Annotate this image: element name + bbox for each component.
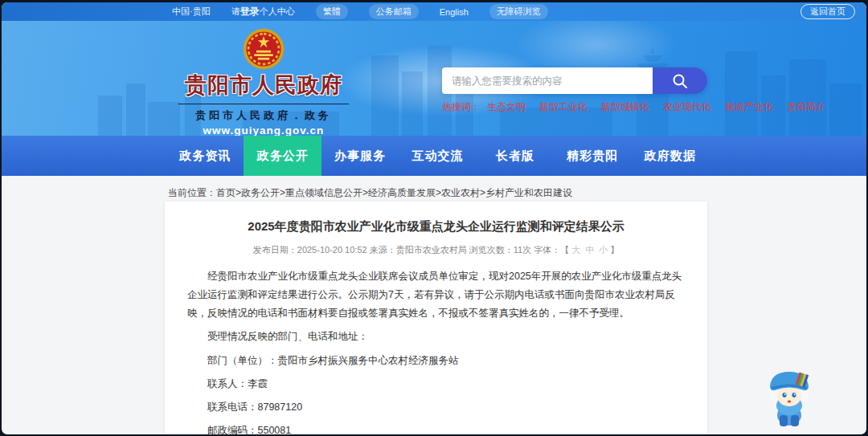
nav-item-zhengwu-zixun[interactable]: 政务资讯 (166, 136, 244, 176)
search-button[interactable] (653, 67, 707, 94)
cityscape-silhouette (2, 39, 866, 136)
mascot-assistant[interactable] (760, 365, 818, 430)
article-meta: 发布日期：2025-10-20 10:52 来源：贵阳市农业农村局 浏览次数：1… (187, 244, 685, 263)
top-utility-bar: 中国·贵阳 请登录个人中心 繁體 公务邮箱 English 无障碍浏览 返回首页 (2, 2, 866, 21)
topbar-mail-link[interactable]: 公务邮箱 (369, 4, 419, 19)
national-emblem-icon (242, 27, 285, 71)
meta-main: 发布日期：2025-10-20 10:52 来源：贵阳市农业农村局 浏览次数：1… (253, 245, 560, 255)
login-bold: 登录 (240, 6, 260, 17)
site-title: 贵阳市人民政府 (167, 71, 360, 100)
topbar-traditional-link[interactable]: 繁體 (316, 4, 348, 19)
article-body: 经贵阳市农业产业化市级重点龙头企业联席会议成员单位审定，现对2025年开展的农业… (187, 267, 685, 434)
breadcrumb-label: 当前位置： (168, 187, 216, 198)
topbar-english-link[interactable]: English (440, 7, 469, 17)
nav-item-jingcai-guiyang[interactable]: 精彩贵阳 (554, 136, 631, 176)
nav-item-zhangzheban[interactable]: 长者版 (477, 136, 554, 176)
contact-line-person: 联系人：李霞 (187, 375, 685, 393)
site-url: www.guiyang.gov.cn (167, 124, 360, 136)
hot-search-label: 热搜词： (442, 100, 481, 114)
hot-link[interactable]: 新型城镇化 (601, 100, 649, 114)
site-subtitle: 贵阳市人民政府．政务 (178, 104, 349, 123)
back-home-button[interactable]: 返回首页 (800, 4, 855, 19)
font-size-large-button[interactable]: 大 (571, 245, 580, 255)
breadcrumb: 当前位置：首页>政务公开>重点领域信息公开>经济高质量发展>农业农村>乡村产业和… (2, 176, 866, 200)
nav-item-hudong-jiaoliu[interactable]: 互动交流 (399, 136, 476, 176)
hot-link[interactable]: 生态文明 (487, 100, 526, 114)
meta-bracket: 】 (610, 245, 619, 255)
meta-bracket: 【 (560, 245, 569, 255)
topbar-login-link[interactable]: 请登录个人中心 (231, 5, 295, 18)
search-input[interactable] (442, 67, 653, 94)
login-prefix: 请 (231, 6, 240, 16)
font-size-medium-button[interactable]: 中 (585, 245, 594, 255)
article-paragraph: 经贵阳市农业产业化市级重点龙头企业联席会议成员单位审定，现对2025年开展的农业… (187, 267, 685, 323)
site-logo-block[interactable]: 贵阳市人民政府 贵阳市人民政府．政务 www.guiyang.gov.cn (167, 27, 360, 136)
breadcrumb-path[interactable]: 首页>政务公开>重点领域信息公开>经济高质量发展>农业农村>乡村产业和农田建设 (216, 187, 572, 198)
article-title: 2025年度贵阳市农业产业化市级重点龙头企业运行监测和评定结果公示 (187, 219, 685, 234)
site-header: 贵阳市人民政府 贵阳市人民政府．政务 www.guiyang.gov.cn 热搜… (2, 21, 866, 136)
login-suffix: 个人中心 (260, 6, 295, 16)
hot-link[interactable]: 新型工业化 (539, 100, 588, 114)
article-card: 2025年度贵阳市农业产业化市级重点龙头企业运行监测和评定结果公示 发布日期：2… (165, 202, 707, 434)
nav-item-zhengwu-gongkai[interactable]: 政务公开 (244, 136, 321, 176)
font-size-small-button[interactable]: 小 (599, 245, 608, 255)
article-paragraph: 受理情况反映的部门、电话和地址： (187, 328, 685, 346)
topbar-region-link[interactable]: 中国·贵阳 (172, 6, 211, 18)
search-area: 热搜词： 生态文明 新型工业化 新型城镇化 农业现代化 旅游产业化 贵阳简介 (442, 67, 707, 114)
hot-link[interactable]: 农业现代化 (663, 100, 711, 114)
contact-line-postcode: 邮政编码：550081 (187, 422, 685, 434)
hot-link[interactable]: 旅游产业化 (725, 100, 773, 114)
search-icon (671, 72, 689, 90)
nav-item-banshi-fuwu[interactable]: 办事服务 (321, 136, 399, 176)
topbar-accessibility-link[interactable]: 无障碍浏览 (489, 4, 548, 19)
hot-search-row: 热搜词： 生态文明 新型工业化 新型城镇化 农业现代化 旅游产业化 贵阳简介 (442, 100, 707, 114)
contact-line-phone: 联系电话：87987120 (187, 398, 685, 417)
search-box (442, 67, 707, 94)
nav-item-zhengfu-shuju[interactable]: 政府数据 (632, 136, 709, 176)
government-portal-page: 中国·贵阳 请登录个人中心 繁體 公务邮箱 English 无障碍浏览 返回首页 (2, 2, 866, 434)
hot-link[interactable]: 贵阳简介 (787, 100, 825, 114)
main-nav-bar: 政务资讯 政务公开 办事服务 互动交流 长者版 精彩贵阳 政府数据 (2, 136, 866, 176)
contact-line-department: 部门（单位）：贵阳市乡村振兴服务中心农村经济服务站 (187, 352, 685, 370)
main-nav-inner: 政务资讯 政务公开 办事服务 互动交流 长者版 精彩贵阳 政府数据 (166, 136, 709, 176)
